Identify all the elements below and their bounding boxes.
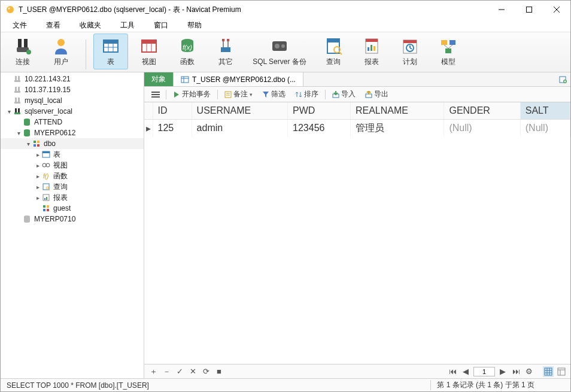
col-USERNAME[interactable]: USERNAME — [192, 102, 287, 119]
cell-GENDER[interactable]: (Null) — [444, 119, 520, 137]
twist-icon[interactable]: ▾ — [5, 108, 13, 115]
col-SALT[interactable]: SALT — [520, 102, 570, 119]
toolbar-model-button[interactable]: 模型 — [431, 34, 466, 69]
menu-tools[interactable]: 工具 — [111, 19, 144, 32]
toolbar-other-button[interactable]: 其它 — [208, 34, 243, 69]
cell-PWD[interactable]: 123456 — [288, 119, 351, 137]
col-PWD[interactable]: PWD — [288, 102, 351, 119]
twist-icon[interactable]: ▸ — [34, 184, 41, 190]
vw-icon — [41, 160, 51, 170]
twist-icon[interactable]: ▾ — [15, 130, 22, 136]
svg-rect-76 — [44, 198, 45, 200]
prev-page-button[interactable]: ◀ — [460, 366, 471, 377]
twist-icon[interactable]: ▾ — [25, 141, 32, 147]
tree-item-101.37.119.15[interactable]: 101.37.119.15 — [1, 84, 144, 95]
cell-ID[interactable]: 125 — [153, 119, 192, 137]
twist-icon[interactable]: ▸ — [34, 195, 41, 201]
tree-item-查询[interactable]: ▸查询 — [1, 181, 144, 192]
table-row[interactable]: ▸125admin123456管理员(Null)(Null) — [144, 119, 570, 137]
svg-rect-60 — [14, 113, 20, 114]
toolbar-conn-button[interactable]: 连接 — [5, 34, 40, 69]
form-view-button[interactable] — [556, 366, 567, 377]
toolbar-plan-button[interactable]: 计划 — [393, 34, 427, 69]
tab-tuser[interactable]: T_USER @MYERP0612.dbo (... — [174, 72, 303, 86]
svg-rect-53 — [18, 87, 20, 91]
svg-rect-59 — [18, 108, 20, 113]
tab-objects[interactable]: 对象 — [144, 72, 174, 86]
menu-file[interactable]: 文件 — [3, 19, 37, 32]
last-page-button[interactable]: ⏭ — [511, 366, 521, 377]
grid-view-button[interactable] — [543, 366, 554, 377]
col-REALNAME[interactable]: REALNAME — [350, 102, 444, 119]
db-icon — [22, 117, 32, 127]
data-grid[interactable]: IDUSERNAMEPWDREALNAMEGENDERSALT ▸125admi… — [144, 102, 570, 364]
conn-icon — [13, 37, 32, 56]
next-page-button[interactable]: ▶ — [497, 366, 508, 377]
toolbar-report-button[interactable]: 报表 — [354, 34, 389, 69]
memo-button[interactable]: 备注▾ — [221, 88, 256, 101]
tree-item-MYERP0612[interactable]: ▾MYERP0612 — [1, 127, 144, 138]
tbl-icon — [41, 150, 51, 159]
sidebar: 10.221.143.21101.37.119.15mysql_local▾sq… — [1, 72, 144, 378]
hamburger-icon[interactable] — [149, 91, 162, 98]
menu-window[interactable]: 窗口 — [144, 19, 178, 32]
delete-row-button[interactable]: － — [161, 366, 172, 377]
svg-rect-78 — [43, 205, 45, 208]
filter-button[interactable]: 筛选 — [259, 88, 288, 101]
toolbar-table-button[interactable]: 表 — [93, 34, 128, 69]
cell-REALNAME[interactable]: 管理员 — [350, 119, 444, 137]
refresh-button[interactable]: ⟳ — [201, 366, 211, 377]
close-button[interactable] — [543, 1, 570, 19]
svg-rect-6 — [18, 39, 22, 47]
import-icon — [332, 91, 339, 98]
toolbar-backup-button[interactable]: SQL Server 备份 — [247, 34, 312, 69]
add-row-button[interactable]: ＋ — [148, 366, 159, 377]
first-page-button[interactable]: ⏮ — [447, 366, 458, 377]
toolbar-view-button[interactable]: 视图 — [132, 34, 166, 69]
col-ID[interactable]: ID — [153, 102, 192, 119]
tree-item-报表[interactable]: ▸报表 — [1, 192, 144, 203]
cell-USERNAME[interactable]: admin — [192, 119, 287, 137]
svg-rect-25 — [222, 39, 224, 41]
page-settings-button[interactable]: ⚙ — [524, 366, 534, 377]
maximize-button[interactable] — [515, 1, 543, 19]
tree-item-MYERP0710[interactable]: MYERP0710 — [1, 214, 144, 224]
tree-item-10.221.143.21[interactable]: 10.221.143.21 — [1, 74, 144, 84]
svg-rect-58 — [15, 108, 17, 113]
tree-item-sqlserver_local[interactable]: ▾sqlserver_local — [1, 106, 144, 117]
cancel-button[interactable]: ✕ — [187, 366, 198, 377]
svg-rect-37 — [370, 45, 372, 51]
tree-item-ATTEND[interactable]: ATTEND — [1, 117, 144, 127]
tree-item-dbo[interactable]: ▾dbo — [1, 138, 144, 149]
stop-button[interactable]: ■ — [214, 366, 224, 377]
begin-trans-button[interactable]: 开始事务 — [170, 88, 214, 101]
tree-item-mysql_local[interactable]: mysql_local — [1, 95, 144, 106]
page-input[interactable] — [473, 367, 495, 376]
minimize-button[interactable] — [488, 1, 515, 19]
twist-icon[interactable]: ▸ — [34, 162, 41, 169]
svg-rect-17 — [142, 40, 156, 44]
svg-rect-81 — [47, 209, 49, 211]
svg-rect-66 — [37, 144, 40, 147]
apply-button[interactable]: ✓ — [174, 366, 185, 377]
toolbar-func-button[interactable]: f(x)函数 — [170, 34, 205, 69]
tree-item-表[interactable]: ▸表 — [1, 149, 144, 160]
tab-add-icon[interactable] — [556, 72, 570, 86]
import-button[interactable]: 导入 — [329, 88, 359, 101]
toolbar-user-button[interactable]: 用户 — [44, 34, 78, 69]
toolbar-query-button[interactable]: 查询 — [316, 34, 351, 69]
menu-fav[interactable]: 收藏夹 — [70, 19, 111, 32]
svg-point-69 — [42, 163, 46, 167]
report-icon — [362, 37, 381, 56]
twist-icon[interactable]: ▸ — [34, 151, 41, 158]
menu-view[interactable]: 查看 — [37, 19, 70, 32]
tree-item-函数[interactable]: ▸f()函数 — [1, 171, 144, 181]
cell-SALT[interactable]: (Null) — [520, 119, 570, 137]
sort-button[interactable]: 排序 — [292, 88, 321, 101]
col-GENDER[interactable]: GENDER — [444, 102, 520, 119]
export-button[interactable]: 导出 — [362, 88, 391, 101]
menu-help[interactable]: 帮助 — [178, 19, 211, 32]
tree-item-视图[interactable]: ▸视图 — [1, 160, 144, 171]
tree-item-guest[interactable]: guest — [1, 203, 144, 214]
twist-icon[interactable]: ▸ — [34, 173, 41, 180]
